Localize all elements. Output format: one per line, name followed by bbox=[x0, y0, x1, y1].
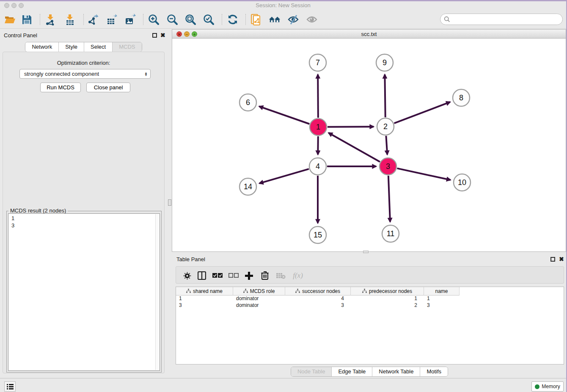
tab-network-table[interactable]: Network Table bbox=[372, 367, 420, 376]
control-panel-tabs: Network Style Select MCDS bbox=[0, 42, 167, 52]
select-all-icon[interactable] bbox=[212, 271, 223, 281]
float-table-panel-icon[interactable] bbox=[550, 257, 555, 262]
toolbar-separator bbox=[245, 14, 246, 25]
column-label: MCDS role bbox=[250, 288, 275, 294]
tab-mcds[interactable]: MCDS bbox=[112, 42, 141, 52]
graph-node-label: 4 bbox=[316, 162, 320, 171]
close-panel-icon[interactable]: ✖ bbox=[160, 32, 165, 39]
graph-node-label: 9 bbox=[383, 58, 387, 67]
export-network-icon[interactable] bbox=[87, 13, 99, 26]
mcds-panel: Optimization criterion: strongly connect… bbox=[3, 52, 165, 373]
cell-name[interactable]: 3 bbox=[424, 302, 460, 309]
cell-predecessor-nodes[interactable]: 1 bbox=[351, 295, 424, 302]
table-row[interactable]: 3 dominator 3 2 3 bbox=[176, 302, 564, 309]
cell-successor-nodes[interactable]: 4 bbox=[285, 295, 351, 302]
import-table-icon[interactable] bbox=[63, 13, 76, 26]
hide-selected-icon[interactable] bbox=[287, 13, 300, 26]
control-panel: Control Panel ✖ Network Style Select MCD… bbox=[0, 29, 167, 378]
table-tabs: Node Table Edge Table Network Table Moti… bbox=[172, 367, 567, 377]
column-header-shared-name[interactable]: shared name bbox=[176, 287, 233, 295]
gear-icon[interactable] bbox=[182, 271, 192, 281]
column-header-successor-nodes[interactable]: successor nodes bbox=[285, 287, 351, 295]
zoom-selected-icon[interactable] bbox=[202, 13, 215, 26]
graph-edge-1-7[interactable] bbox=[318, 75, 318, 118]
close-panel-button[interactable]: Close panel bbox=[86, 83, 130, 92]
graph-node-label: 8 bbox=[459, 94, 463, 102]
vertical-splitter-handle[interactable] bbox=[168, 199, 171, 206]
column-label: predecessor nodes bbox=[369, 288, 412, 294]
task-history-button[interactable] bbox=[4, 381, 16, 392]
graph-edge-3-1[interactable] bbox=[328, 133, 380, 162]
open-file-icon[interactable] bbox=[3, 13, 16, 26]
deselect-all-icon[interactable] bbox=[228, 271, 239, 281]
graph-node-label: 3 bbox=[386, 162, 390, 171]
network-graph: 7968124314101511 bbox=[172, 39, 566, 251]
add-column-icon[interactable] bbox=[244, 271, 254, 281]
cell-successor-nodes[interactable]: 3 bbox=[285, 302, 351, 309]
table-panel: Table Panel ✖ f(x) shared bbox=[172, 253, 567, 378]
run-mcds-button[interactable]: Run MCDS bbox=[40, 83, 81, 92]
column-label: successor nodes bbox=[302, 288, 340, 294]
column-header-mcds-role[interactable]: MCDS role bbox=[233, 287, 285, 295]
network-window-titlebar[interactable]: ✕ − + scc.txt bbox=[172, 30, 566, 39]
apply-layout-icon[interactable] bbox=[226, 13, 239, 26]
graph-edge-2-9[interactable] bbox=[385, 75, 385, 117]
column-layout-icon[interactable] bbox=[197, 271, 207, 281]
table-panel-title: Table Panel bbox=[176, 256, 205, 262]
column-header-predecessor-nodes[interactable]: predecessor nodes bbox=[351, 287, 424, 295]
export-table-icon[interactable] bbox=[105, 13, 118, 26]
tab-network[interactable]: Network bbox=[25, 42, 58, 52]
column-label: name bbox=[435, 288, 448, 294]
control-panel-title: Control Panel bbox=[4, 32, 37, 39]
mcds-result-text[interactable]: 1 3 bbox=[8, 213, 160, 371]
cell-mcds-role[interactable]: dominator bbox=[233, 302, 285, 309]
memory-button[interactable]: Memory bbox=[531, 381, 564, 392]
zoom-fit-icon[interactable] bbox=[184, 13, 197, 26]
table-row[interactable]: 1 dominator 4 1 1 bbox=[176, 295, 564, 302]
graph-edge-4-14[interactable] bbox=[259, 169, 309, 183]
tab-style[interactable]: Style bbox=[58, 42, 84, 52]
result-scrollbar[interactable] bbox=[155, 214, 159, 370]
zoom-out-icon[interactable] bbox=[166, 13, 179, 26]
memory-status-icon bbox=[535, 384, 539, 389]
tab-select[interactable]: Select bbox=[84, 42, 112, 52]
delete-column-icon[interactable] bbox=[260, 271, 270, 281]
search-input[interactable] bbox=[450, 16, 562, 22]
mcds-result-title: MCDS result (2 nodes) bbox=[8, 207, 68, 214]
function-builder-icon: f(x) bbox=[289, 271, 306, 281]
result-line: 3 bbox=[11, 222, 160, 229]
zoom-in-icon[interactable] bbox=[147, 13, 160, 26]
first-neighbors-icon[interactable] bbox=[268, 13, 281, 26]
graph-node-label: 1 bbox=[316, 123, 320, 131]
graph-edge-2-3[interactable] bbox=[386, 136, 387, 155]
toolbar-separator bbox=[143, 14, 143, 25]
graph-edge-2-8[interactable] bbox=[394, 102, 450, 123]
tab-node-table[interactable]: Node Table bbox=[291, 367, 332, 376]
node-table: shared name MCDS role successor nodes pr… bbox=[176, 287, 564, 364]
network-view-title: scc.txt bbox=[172, 31, 566, 37]
cell-mcds-role[interactable]: dominator bbox=[233, 295, 285, 302]
clone-network-icon[interactable] bbox=[250, 13, 262, 26]
tab-edge-table[interactable]: Edge Table bbox=[331, 367, 372, 376]
export-image-icon[interactable] bbox=[124, 13, 136, 26]
chevron-updown-icon: ▲▼ bbox=[144, 72, 148, 76]
table-header-row: shared name MCDS role successor nodes pr… bbox=[176, 287, 564, 295]
optimization-criterion-select[interactable]: strongly connected component ▲▼ bbox=[19, 69, 151, 79]
cell-shared-name[interactable]: 1 bbox=[176, 295, 233, 302]
tab-motifs[interactable]: Motifs bbox=[420, 367, 448, 376]
dropdown-value: strongly connected component bbox=[24, 71, 144, 77]
import-network-icon[interactable] bbox=[44, 13, 57, 26]
graph-edge-1-2[interactable] bbox=[328, 127, 374, 127]
cell-name[interactable]: 1 bbox=[424, 295, 460, 302]
toolbar-separator bbox=[222, 14, 222, 25]
graph-edge-3-11[interactable] bbox=[388, 176, 390, 222]
cell-shared-name[interactable]: 3 bbox=[176, 302, 233, 309]
column-header-name[interactable]: name bbox=[424, 287, 460, 295]
graph-edge-1-6[interactable] bbox=[259, 106, 309, 124]
cell-predecessor-nodes[interactable]: 2 bbox=[351, 302, 424, 309]
graph-edge-3-10[interactable] bbox=[397, 168, 450, 180]
float-panel-icon[interactable] bbox=[152, 33, 157, 38]
network-canvas[interactable]: 7968124314101511 bbox=[172, 39, 566, 251]
close-table-panel-icon[interactable]: ✖ bbox=[559, 256, 564, 262]
save-session-icon[interactable] bbox=[20, 13, 33, 26]
